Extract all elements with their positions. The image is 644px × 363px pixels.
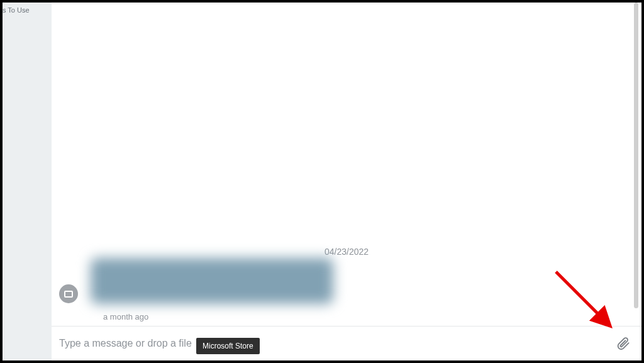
paperclip-icon xyxy=(616,337,630,350)
message-input[interactable] xyxy=(59,338,614,349)
taskbar-tooltip: Microsoft Store xyxy=(196,338,260,354)
conversation-pane[interactable]: 04/23/2022 a month ago xyxy=(52,3,641,327)
date-divider: 04/23/2022 xyxy=(52,247,641,257)
sender-avatar[interactable] xyxy=(59,284,78,303)
monitor-icon xyxy=(64,291,73,298)
sidebar-label-fragment: s To Use xyxy=(3,6,30,14)
message-timestamp: a month ago xyxy=(103,312,148,321)
scrollbar-thumb[interactable] xyxy=(634,3,638,308)
message-bubble-redacted xyxy=(91,258,333,304)
app-frame: s To Use 04/23/2022 a month ago Microso xyxy=(0,0,644,363)
chat-content: 04/23/2022 a month ago xyxy=(52,3,641,360)
sidebar: s To Use xyxy=(3,3,52,360)
attach-file-button[interactable] xyxy=(614,334,633,353)
message-composer xyxy=(52,327,641,360)
